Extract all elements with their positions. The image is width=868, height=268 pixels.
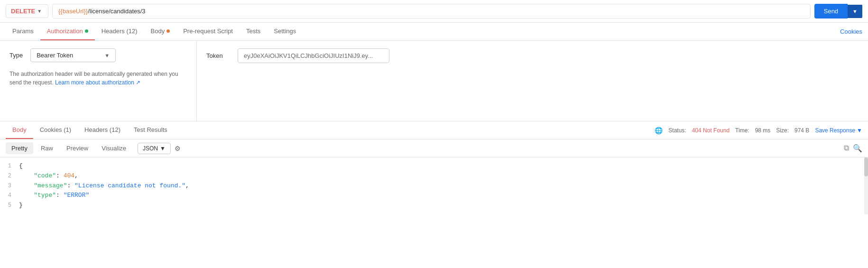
tab-body[interactable]: Body: [144, 23, 177, 40]
save-response-chevron-icon: ▼: [857, 127, 862, 134]
top-bar: DELETE ▼ {{baseUrl}}/license/candidates/…: [0, 0, 868, 23]
body-view-visualize[interactable]: Visualize: [96, 142, 132, 154]
body-view-raw[interactable]: Raw: [35, 142, 59, 154]
method-chevron-icon: ▼: [37, 9, 42, 14]
tab-prerequest-label: Pre-request Script: [183, 28, 233, 35]
line-num-5: 5: [0, 201, 19, 210]
response-tab-cookies[interactable]: Cookies (1): [33, 121, 78, 139]
code-line-5: 5 }: [0, 201, 868, 211]
cookies-link[interactable]: Cookies: [840, 28, 862, 35]
main-content: Type Bearer Token ▼ The authorization he…: [0, 41, 868, 121]
size-label: Size:: [776, 127, 789, 134]
code-content-2: "code": 404,: [19, 171, 78, 181]
size-value: 974 B: [794, 127, 809, 134]
code-content-1: {: [19, 161, 23, 171]
url-path: /license/candidates/3: [88, 8, 145, 15]
code-content-3: "message": "License candidate not found.…: [19, 181, 189, 191]
response-tab-body[interactable]: Body: [6, 121, 33, 139]
method-select[interactable]: DELETE ▼: [6, 4, 48, 18]
response-tab-body-label: Body: [12, 126, 27, 133]
save-response-button[interactable]: Save Response ▼: [815, 127, 862, 134]
status-code: 404 Not Found: [692, 127, 729, 134]
authorization-dot: [85, 29, 88, 33]
auth-right-panel: Token: [197, 41, 868, 121]
response-tab-headers[interactable]: Headers (12): [78, 121, 127, 139]
body-view-preview[interactable]: Preview: [61, 142, 94, 154]
tab-settings[interactable]: Settings: [267, 23, 303, 40]
response-section: Body Cookies (1) Headers (12) Test Resul…: [0, 121, 868, 214]
globe-icon: 🌐: [655, 127, 663, 134]
tab-body-label: Body: [151, 28, 165, 35]
tab-prerequest[interactable]: Pre-request Script: [176, 23, 240, 40]
line-num-1: 1: [0, 162, 19, 171]
format-select[interactable]: JSON ▼: [138, 143, 171, 154]
token-row: Token: [206, 48, 859, 63]
auth-left-panel: Type Bearer Token ▼ The authorization he…: [0, 41, 197, 121]
response-meta: 🌐 Status: 404 Not Found Time: 98 ms Size…: [655, 127, 862, 134]
method-label: DELETE: [11, 8, 35, 15]
body-view-preview-label: Preview: [66, 145, 88, 152]
tab-params[interactable]: Params: [6, 23, 40, 40]
scrollbar-track[interactable]: [864, 157, 868, 214]
tab-authorization[interactable]: Authorization: [40, 23, 95, 40]
body-toolbar: Pretty Raw Preview Visualize JSON ▼ ⚙ ⧉ …: [0, 139, 868, 157]
tab-params-label: Params: [12, 28, 34, 35]
format-chevron-icon: ▼: [160, 145, 166, 152]
tab-tests[interactable]: Tests: [240, 23, 267, 40]
tab-headers[interactable]: Headers (12): [95, 23, 144, 40]
type-label: Type: [9, 52, 23, 59]
line-num-4: 4: [0, 191, 19, 200]
response-tab-test-results[interactable]: Test Results: [127, 121, 174, 139]
response-tab-headers-label: Headers (12): [84, 126, 120, 133]
type-select-dropdown[interactable]: Bearer Token ▼: [30, 48, 116, 62]
request-tab-bar: Params Authorization Headers (12) Body P…: [0, 23, 868, 41]
send-main-button[interactable]: Send: [814, 4, 848, 18]
time-label: Time:: [735, 127, 749, 134]
send-dropdown-button[interactable]: ▼: [848, 5, 862, 18]
code-line-1: 1 {: [0, 161, 868, 171]
scrollbar-thumb[interactable]: [864, 157, 868, 176]
line-num-2: 2: [0, 172, 19, 181]
code-line-4: 4 "type": "ERROR": [0, 191, 868, 201]
url-base: {{baseUrl}}: [58, 8, 88, 15]
response-tab-cookies-label: Cookies (1): [40, 126, 71, 133]
token-label: Token: [206, 52, 230, 59]
code-content-4: "type": "ERROR": [19, 191, 89, 201]
type-row: Type Bearer Token ▼: [9, 48, 187, 62]
format-value: JSON: [143, 145, 158, 152]
response-tab-bar: Body Cookies (1) Headers (12) Test Resul…: [0, 121, 868, 139]
code-line-3: 3 "message": "License candidate not foun…: [0, 181, 868, 191]
time-value: 98 ms: [755, 127, 771, 134]
tab-settings-label: Settings: [274, 28, 296, 35]
auth-note: The authorization header will be automat…: [9, 70, 187, 87]
tab-authorization-label: Authorization: [47, 28, 83, 35]
copy-icon[interactable]: ⧉: [844, 144, 849, 153]
status-label: Status:: [668, 127, 686, 134]
search-icon[interactable]: 🔍: [853, 144, 862, 153]
code-area[interactable]: 1 { 2 "code": 404, 3 "message": "License…: [0, 157, 868, 214]
url-display[interactable]: {{baseUrl}}/license/candidates/3: [52, 4, 811, 18]
token-input[interactable]: [238, 48, 389, 63]
code-content-5: }: [19, 201, 23, 211]
body-actions: ⧉ 🔍: [844, 144, 862, 153]
auth-learn-more-link[interactable]: Learn more about authorization ↗: [55, 79, 140, 86]
body-dot: [166, 29, 170, 33]
save-response-label: Save Response: [815, 127, 855, 134]
send-button[interactable]: Send ▼: [814, 4, 862, 18]
tab-tests-label: Tests: [246, 28, 260, 35]
body-view-pretty[interactable]: Pretty: [6, 142, 33, 154]
type-select-value: Bearer Token: [37, 52, 73, 59]
type-select-chevron-icon: ▼: [104, 53, 110, 58]
tab-headers-label: Headers (12): [102, 28, 138, 35]
body-view-raw-label: Raw: [41, 145, 53, 152]
body-view-pretty-label: Pretty: [11, 145, 28, 152]
filter-icon[interactable]: ⚙: [175, 145, 181, 152]
line-num-3: 3: [0, 182, 19, 191]
code-line-2: 2 "code": 404,: [0, 171, 868, 181]
response-tab-test-results-label: Test Results: [134, 126, 167, 133]
body-view-visualize-label: Visualize: [102, 145, 126, 152]
